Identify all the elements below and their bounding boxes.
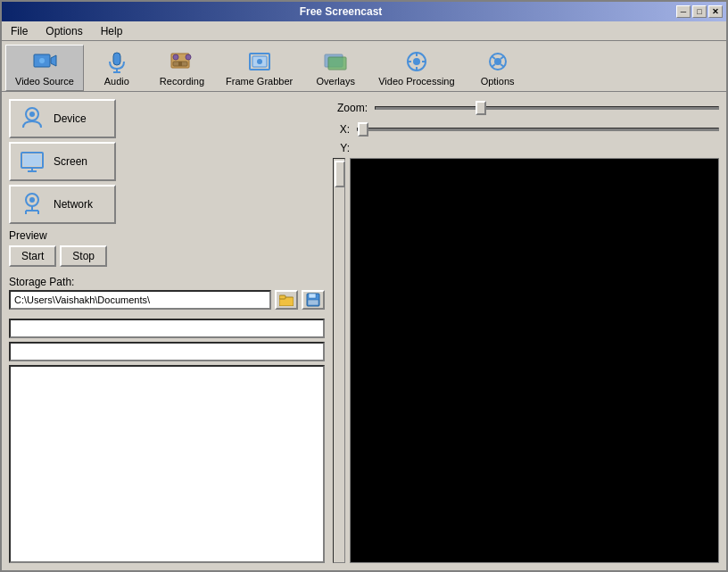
vscroll-thumb[interactable] xyxy=(335,161,345,187)
svg-point-2 xyxy=(39,58,45,63)
menu-options[interactable]: Options xyxy=(40,23,87,39)
storage-section: Storage Path: xyxy=(9,276,325,310)
browse-folder-button[interactable] xyxy=(275,290,298,310)
svg-point-21 xyxy=(413,58,420,65)
maximize-button[interactable]: □ xyxy=(692,5,707,18)
y-label: Y: xyxy=(332,142,350,154)
zoom-row: Zoom: xyxy=(332,99,719,117)
x-label: X: xyxy=(332,123,350,136)
svg-line-25 xyxy=(500,64,504,67)
zoom-label: Zoom: xyxy=(332,102,368,114)
svg-rect-15 xyxy=(328,57,346,70)
zoom-slider-container xyxy=(375,99,719,117)
start-button[interactable]: Start xyxy=(9,245,56,267)
tab-audio[interactable]: Audio xyxy=(86,45,148,91)
tab-options-label: Options xyxy=(481,76,515,87)
tab-video-source[interactable]: Video Source xyxy=(5,45,84,91)
zoom-slider[interactable] xyxy=(375,106,719,110)
svg-point-13 xyxy=(257,59,262,64)
title-bar: Free Screencast ─ □ ✕ xyxy=(2,2,726,21)
network-icon xyxy=(18,190,46,219)
svg-rect-3 xyxy=(113,53,120,65)
device-button[interactable]: Device xyxy=(9,99,116,138)
vertical-scrollbar xyxy=(332,158,346,563)
tab-frame-grabber-label: Frame Grabber xyxy=(226,76,293,87)
video-source-icon xyxy=(32,49,57,74)
vscroll-bar[interactable] xyxy=(333,158,345,563)
x-slider[interactable] xyxy=(357,128,719,131)
screen-button[interactable]: Screen xyxy=(9,142,116,181)
preview-controls: Start Stop xyxy=(9,245,325,267)
list-input-2[interactable] xyxy=(9,342,325,361)
svg-point-8 xyxy=(186,54,191,60)
preview-area-container xyxy=(332,158,719,563)
x-coord-row: X: xyxy=(332,120,719,138)
storage-path-input[interactable] xyxy=(9,290,271,310)
options-icon xyxy=(485,49,510,74)
right-panel: Zoom: X: Y: xyxy=(332,92,726,570)
svg-line-27 xyxy=(500,56,504,59)
close-button[interactable]: ✕ xyxy=(708,5,723,18)
tab-video-processing[interactable]: Video Processing xyxy=(368,45,464,91)
tab-overlays[interactable]: Overlays xyxy=(304,45,367,91)
recording-icon xyxy=(170,49,194,74)
tab-video-source-label: Video Source xyxy=(15,76,74,87)
window-title: Free Screencast xyxy=(5,5,676,18)
toolbar: Video Source Audio xyxy=(2,41,726,92)
svg-rect-44 xyxy=(308,300,318,305)
list-input-1[interactable] xyxy=(9,319,325,338)
video-processing-icon xyxy=(404,49,429,74)
video-preview xyxy=(350,158,719,563)
list-area xyxy=(9,319,325,563)
menu-help[interactable]: Help xyxy=(95,23,128,39)
audio-icon xyxy=(104,49,129,74)
tab-frame-grabber[interactable]: Frame Grabber xyxy=(216,45,302,91)
tab-overlays-label: Overlays xyxy=(317,76,355,87)
tab-audio-label: Audio xyxy=(104,76,129,87)
stop-button[interactable]: Stop xyxy=(60,245,107,267)
file-list-box[interactable] xyxy=(9,365,325,563)
main-content: Device Screen xyxy=(2,92,726,570)
source-buttons: Device Screen xyxy=(9,99,325,224)
tab-recording-label: Recording xyxy=(160,76,204,87)
storage-input-row xyxy=(9,290,325,310)
overlays-icon xyxy=(323,49,348,74)
tab-video-processing-label: Video Processing xyxy=(378,76,454,87)
preview-label: Preview xyxy=(9,229,325,242)
svg-point-29 xyxy=(29,112,35,117)
network-label: Network xyxy=(54,198,93,211)
svg-marker-1 xyxy=(51,55,56,66)
left-panel: Device Screen xyxy=(2,92,332,570)
tab-recording[interactable]: Recording xyxy=(150,45,214,91)
frame-grabber-icon xyxy=(247,49,272,74)
network-button[interactable]: Network xyxy=(9,185,116,224)
preview-section: Preview Start Stop xyxy=(9,229,325,267)
svg-point-23 xyxy=(494,58,501,65)
device-label: Device xyxy=(54,112,87,125)
title-bar-controls: ─ □ ✕ xyxy=(676,5,723,18)
tab-options[interactable]: Options xyxy=(467,45,529,91)
menu-bar: File Options Help xyxy=(2,21,726,41)
main-window: Free Screencast ─ □ ✕ File Options Help … xyxy=(0,0,728,572)
svg-point-35 xyxy=(29,197,35,203)
svg-line-24 xyxy=(492,56,495,59)
storage-label: Storage Path: xyxy=(9,276,325,288)
y-coord-row: Y: xyxy=(332,142,719,154)
svg-rect-43 xyxy=(309,294,316,298)
menu-file[interactable]: File xyxy=(5,23,33,39)
svg-rect-31 xyxy=(23,154,41,166)
save-button[interactable] xyxy=(302,290,325,310)
screen-label: Screen xyxy=(54,155,87,168)
svg-point-7 xyxy=(173,54,178,60)
svg-rect-41 xyxy=(279,295,285,299)
screen-icon xyxy=(18,147,46,176)
svg-rect-10 xyxy=(178,62,182,66)
x-slider-container xyxy=(357,120,719,138)
svg-line-26 xyxy=(492,64,495,67)
minimize-button[interactable]: ─ xyxy=(676,5,691,18)
device-icon xyxy=(18,104,46,133)
